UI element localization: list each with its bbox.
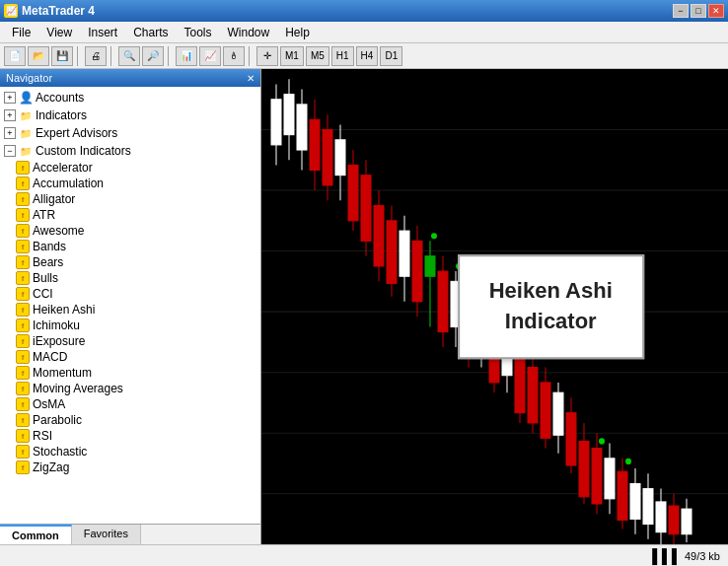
- indicator-icon-momentum: f: [16, 366, 30, 380]
- toolbar-period-h1[interactable]: H1: [331, 46, 354, 66]
- svg-rect-21: [348, 165, 358, 220]
- tree-item-bands[interactable]: f Bands: [0, 239, 260, 254]
- indicators-icon: 📁: [18, 107, 34, 123]
- tree-label-alligator: Alligator: [33, 192, 75, 206]
- status-info: 49/3 kb: [685, 550, 720, 562]
- indicator-icon-stochastic: f: [16, 445, 30, 459]
- menu-help[interactable]: Help: [277, 24, 318, 41]
- tab-favorites[interactable]: Favorites: [72, 525, 141, 544]
- svg-rect-59: [592, 449, 602, 504]
- tree-label-osma: OsMA: [33, 397, 65, 411]
- indicator-icon-awesome: f: [16, 224, 30, 238]
- navigator-tree[interactable]: + 👤 Accounts + 📁 Indicators + 📁 Expert A…: [0, 87, 260, 524]
- toolbar-open[interactable]: 📂: [28, 46, 49, 66]
- toolbar-zoom-in[interactable]: 🔍: [118, 46, 140, 66]
- toolbar-period-m5[interactable]: M5: [306, 46, 329, 66]
- app-title: MetaTrader 4: [22, 4, 95, 18]
- menu-window[interactable]: Window: [220, 24, 278, 41]
- indicator-icon-atr: f: [16, 208, 30, 222]
- svg-rect-29: [400, 231, 409, 276]
- tree-item-stochastic[interactable]: f Stochastic: [0, 444, 260, 460]
- toolbar-sep1: [77, 46, 81, 66]
- indicator-icon-moving-averages: f: [16, 382, 30, 395]
- tree-item-parabolic[interactable]: f Parabolic: [0, 412, 260, 428]
- svg-rect-57: [579, 441, 589, 496]
- svg-rect-19: [335, 140, 345, 176]
- svg-rect-25: [374, 205, 384, 266]
- menu-view[interactable]: View: [38, 24, 80, 41]
- tree-item-alligator[interactable]: f Alligator: [0, 191, 260, 207]
- menu-charts[interactable]: Charts: [125, 24, 176, 41]
- tree-item-indicators[interactable]: + 📁 Indicators: [0, 106, 260, 124]
- close-button[interactable]: ✕: [708, 4, 724, 18]
- indicator-icon-accelerator: f: [16, 161, 30, 175]
- tree-label-stochastic: Stochastic: [33, 445, 87, 459]
- toolbar-crosshair[interactable]: ✛: [256, 46, 278, 66]
- tree-item-bears[interactable]: f Bears: [0, 254, 260, 270]
- expand-indicators[interactable]: +: [4, 109, 16, 121]
- tree-label-heiken-ashi: Heiken Ashi: [33, 303, 95, 317]
- navigator-close-button[interactable]: ✕: [247, 73, 255, 84]
- indicator-icon-bands: f: [16, 240, 30, 253]
- tree-label-zigzag: ZigZag: [33, 460, 69, 474]
- indicator-icon-iexposure: f: [16, 334, 30, 348]
- tree-label-bands: Bands: [33, 240, 66, 253]
- tree-item-awesome[interactable]: f Awesome: [0, 223, 260, 239]
- tree-item-heiken-ashi[interactable]: f Heiken Ashi: [0, 302, 260, 318]
- tree-item-cci[interactable]: f CCI: [0, 286, 260, 302]
- toolbar-chart-line[interactable]: 📈: [199, 46, 221, 66]
- svg-rect-11: [284, 95, 294, 135]
- status-bar: ▐▐▐ 49/3 kb: [0, 544, 728, 566]
- indicator-icon-alligator: f: [16, 192, 30, 206]
- toolbar-candle[interactable]: 🕯: [223, 46, 245, 66]
- tree-item-bulls[interactable]: f Bulls: [0, 270, 260, 286]
- tree-item-expert-advisors[interactable]: + 📁 Expert Advisors: [0, 124, 260, 142]
- toolbar-chart-bar[interactable]: 📊: [176, 46, 197, 66]
- svg-point-77: [625, 459, 631, 464]
- maximize-button[interactable]: □: [691, 4, 706, 18]
- tree-item-zigzag[interactable]: f ZigZag: [0, 460, 260, 475]
- tree-item-ichimoku[interactable]: f Ichimoku: [0, 318, 260, 333]
- tree-label-moving-averages: Moving Averages: [33, 382, 123, 395]
- menu-insert[interactable]: Insert: [80, 24, 125, 41]
- toolbar-period-m1[interactable]: M1: [280, 46, 304, 66]
- tree-item-moving-averages[interactable]: f Moving Averages: [0, 381, 260, 396]
- tree-item-atr[interactable]: f ATR: [0, 207, 260, 223]
- tree-item-accumulation[interactable]: f Accumulation: [0, 176, 260, 191]
- svg-rect-9: [271, 100, 281, 145]
- toolbar-period-d1[interactable]: D1: [380, 46, 402, 66]
- tree-item-rsi[interactable]: f RSI: [0, 428, 260, 444]
- indicator-icon-accumulation: f: [16, 177, 30, 190]
- expand-accounts[interactable]: +: [4, 92, 16, 104]
- tree-label-parabolic: Parabolic: [33, 413, 82, 427]
- indicator-icon-parabolic: f: [16, 413, 30, 427]
- tree-item-iexposure[interactable]: f iExposure: [0, 333, 260, 349]
- tab-common[interactable]: Common: [0, 525, 72, 544]
- tree-item-custom-indicators[interactable]: − 📁 Custom Indicators: [0, 142, 260, 160]
- tree-label-accelerator: Accelerator: [33, 161, 93, 175]
- toolbar-save[interactable]: 💾: [51, 46, 73, 66]
- tree-label-awesome: Awesome: [33, 224, 84, 238]
- expand-custom-indicators[interactable]: −: [4, 145, 16, 157]
- svg-rect-73: [682, 509, 692, 534]
- tree-label-expert-advisors: Expert Advisors: [36, 126, 117, 140]
- toolbar-period-h4[interactable]: H4: [356, 46, 379, 66]
- title-bar-buttons: − □ ✕: [673, 4, 724, 18]
- chart-area[interactable]: Heiken Ashi Indicator: [261, 69, 728, 544]
- expand-expert-advisors[interactable]: +: [4, 127, 16, 139]
- toolbar-print[interactable]: 🖨: [85, 46, 107, 66]
- tree-item-accelerator[interactable]: f Accelerator: [0, 160, 260, 176]
- svg-rect-49: [528, 368, 538, 423]
- tree-item-accounts[interactable]: + 👤 Accounts: [0, 89, 260, 106]
- svg-rect-65: [630, 483, 640, 519]
- minimize-button[interactable]: −: [673, 4, 689, 18]
- indicator-icon-osma: f: [16, 397, 30, 411]
- menu-file[interactable]: File: [4, 24, 38, 41]
- toolbar-zoom-out[interactable]: 🔎: [142, 46, 164, 66]
- toolbar-new[interactable]: 📄: [4, 46, 26, 66]
- menu-tools[interactable]: Tools: [177, 24, 220, 41]
- tree-item-osma[interactable]: f OsMA: [0, 396, 260, 412]
- tree-item-macd[interactable]: f MACD: [0, 349, 260, 365]
- tree-item-momentum[interactable]: f Momentum: [0, 365, 260, 381]
- tree-label-indicators: Indicators: [36, 108, 87, 122]
